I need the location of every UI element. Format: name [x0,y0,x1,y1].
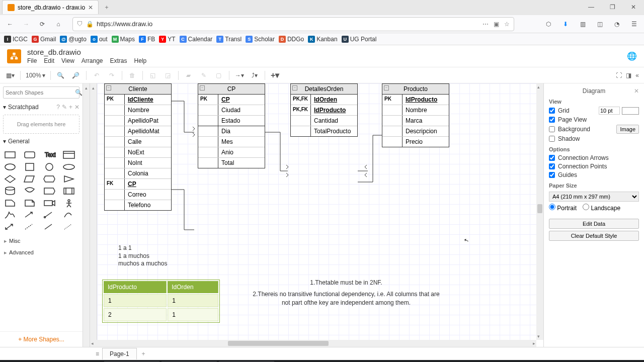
close-tab-icon[interactable]: ✕ [88,4,93,11]
maximize-button[interactable]: ❐ [602,0,623,14]
misc-section[interactable]: Misc [0,235,83,247]
redo-button[interactable]: ↷ [107,72,117,79]
menu-icon[interactable]: ☰ [627,17,641,31]
shape-2[interactable]: Text [42,150,56,160]
vertical-scrollbar[interactable]: ▴▾ [536,83,543,340]
scratchpad-add-icon[interactable]: + [69,104,72,111]
shape-6[interactable] [42,162,56,172]
bookmark-scholar[interactable]: SScholar [246,36,275,43]
menu-help[interactable]: Help [134,57,147,64]
paper-size-select[interactable]: A4 (210 mm x 297 mm) [549,192,639,202]
guides-checkbox[interactable] [549,172,555,178]
reader-icon[interactable]: ▣ [494,21,499,28]
bookmark-icgc[interactable]: IICGC [4,36,28,43]
fullscreen-icon[interactable]: ⛶ [616,72,622,79]
page-tab-1[interactable]: Page-1 [102,348,137,359]
scratchpad-edit-icon[interactable]: ✎ [62,104,67,111]
entity-cliente[interactable]: −ClientePKIdClienteNombreApellidoPatApel… [104,83,172,211]
home-button[interactable]: ⌂ [51,17,65,31]
close-window-button[interactable]: ✕ [623,0,644,14]
shape-25[interactable] [23,222,37,232]
canvas-collapse-left[interactable]: ▴ [90,83,97,340]
to-front-button[interactable]: ◱ [148,72,158,79]
new-tab-button[interactable]: ＋ [101,1,113,13]
search-input[interactable] [6,89,75,96]
shape-11[interactable] [62,174,76,184]
menu-edit[interactable]: Edit [44,57,54,64]
shape-12[interactable] [3,186,17,196]
collapse-icon[interactable]: « [635,72,639,79]
landscape-radio[interactable] [583,204,589,210]
shadow-button[interactable]: ▢ [214,72,224,79]
shape-27[interactable] [62,222,76,232]
menu-file[interactable]: File [27,57,37,64]
outline-collapsed[interactable]: ▴ [83,83,90,347]
shape-9[interactable] [23,174,37,184]
bookmark-maps[interactable]: MMaps [112,36,135,43]
search-icon[interactable]: 🔍 [75,89,83,96]
undo-button[interactable]: ↶ [92,72,102,79]
shape-16[interactable] [3,198,17,208]
shape-24[interactable] [3,222,17,232]
tabs-menu-icon[interactable]: ≡ [96,350,99,357]
portrait-radio[interactable] [549,204,555,210]
grid-checkbox[interactable] [549,108,555,114]
more-shapes-button[interactable]: + More Shapes... [0,331,83,347]
advanced-section[interactable]: Advanced [0,247,83,258]
shape-3[interactable] [62,150,76,160]
conn-points-checkbox[interactable] [549,163,555,169]
browser-tab[interactable]: store_db.drawio - draw.io ✕ [2,0,99,14]
bookmark-yt[interactable]: YYT [159,36,175,43]
edit-data-button[interactable]: Edit Data [549,219,639,229]
menu-view[interactable]: View [61,57,74,64]
account-icon[interactable]: ◔ [610,17,624,31]
menu-arrange[interactable]: Arrange [82,57,103,64]
bookmark-@ugto[interactable]: @@ugto [60,36,87,43]
shape-1[interactable] [23,150,37,160]
bookmark-out[interactable]: oout [91,36,108,43]
star-icon[interactable]: ☆ [504,21,510,28]
shape-26[interactable] [42,222,56,232]
shape-15[interactable] [62,186,76,196]
shape-10[interactable] [42,174,56,184]
menu-extras[interactable]: Extras [110,57,127,64]
more-icon[interactable]: ⋯ [482,21,489,28]
bookmark-fb[interactable]: FFB [139,36,155,43]
reload-button[interactable]: ⟳ [35,17,49,31]
bookmark-ug portal[interactable]: UUG Portal [342,36,377,43]
filename[interactable]: store_db.drawio [27,48,146,56]
shadow-checkbox[interactable] [549,136,555,142]
background-checkbox[interactable] [549,126,555,132]
add-page-button[interactable]: ＋ [138,349,149,358]
to-back-button[interactable]: ◲ [163,72,173,79]
waypoint-dropdown[interactable]: ⤴▾ [250,72,260,79]
scratchpad-dropzone[interactable]: Drag elements here [3,115,79,134]
insert-dropdown[interactable]: +▾ [270,70,280,80]
grid-size-input[interactable] [599,107,620,115]
shape-23[interactable] [62,210,76,220]
shape-18[interactable] [42,198,56,208]
horizontal-scrollbar[interactable]: ◂▸ [90,340,536,347]
shape-8[interactable] [3,174,17,184]
shape-22[interactable] [42,210,56,220]
view-mode-dropdown[interactable]: ▦▾ [5,72,15,79]
bookmark-kanban[interactable]: KKanban [308,36,337,43]
shape-14[interactable] [42,186,56,196]
library-icon[interactable]: ▥ [576,17,590,31]
pageview-checkbox[interactable] [549,117,555,123]
shape-5[interactable] [23,162,37,172]
general-section[interactable]: General [8,138,30,145]
zoom-in-icon[interactable]: 🔍 [56,72,66,79]
line-color-button[interactable]: ✎ [199,72,209,79]
shape-13[interactable] [23,186,37,196]
shape-0[interactable] [3,150,17,160]
back-button[interactable]: ← [3,17,17,31]
minimize-button[interactable]: — [581,0,602,14]
shape-7[interactable] [62,162,76,172]
zoom-out-icon[interactable]: 🔎 [71,72,81,79]
entity-detalles[interactable]: −DetallesOrdenPK,FKIdOrdenPK,FKIdProduct… [290,83,358,137]
download-icon[interactable]: ⬇ [558,17,573,31]
bookmark-gmail[interactable]: GGmail [32,36,56,43]
fill-color-button[interactable]: ▰ [184,72,194,79]
scratchpad-close-icon[interactable]: ✕ [74,104,79,111]
